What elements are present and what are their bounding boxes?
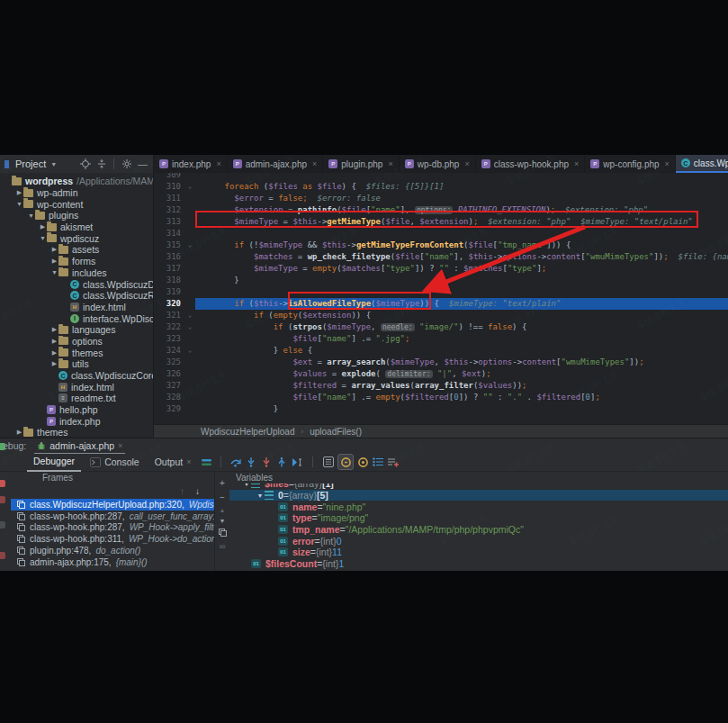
project-tree-item[interactable]: ≡readme.txt <box>0 393 153 404</box>
move-down-icon[interactable]: ▼ <box>220 518 226 524</box>
project-tree-item[interactable]: ▶utils <box>0 358 153 370</box>
project-tree-item[interactable]: ▶themes <box>0 347 153 358</box>
tab-output[interactable]: Output× <box>148 453 198 471</box>
variable-row[interactable]: 01tmp_name = "/Applications/MAMP/tmp/php… <box>229 524 728 536</box>
add-watch-plus-icon[interactable]: + <box>220 478 225 488</box>
project-tree-item[interactable]: ▼wp-content <box>0 198 153 210</box>
tab-console[interactable]: Console <box>84 453 146 471</box>
project-tree-item[interactable]: ▶options <box>0 336 153 348</box>
variable-row[interactable]: ▼$files = {array} [1] <box>229 484 728 490</box>
editor-tab[interactable]: Pwp-config.php× <box>585 155 676 173</box>
project-tree-item[interactable]: Cclass.WpdiscuzCore.php <box>0 370 153 382</box>
variable-row[interactable]: 01$filesCount = {int} 1 <box>229 558 728 570</box>
settings-cut-icon[interactable] <box>0 521 5 529</box>
editor-tab[interactable]: Padmin-ajax.php× <box>228 155 324 173</box>
code-line-317[interactable]: 317 $mimeType = empty($matches["type"]) … <box>154 263 728 275</box>
run-to-cursor-icon[interactable] <box>291 456 303 468</box>
gear-icon[interactable] <box>121 158 132 170</box>
code-editor[interactable]: 309310⌄ foreach ($files as $file) { $fil… <box>154 173 728 424</box>
threads-icon[interactable] <box>372 456 384 468</box>
mute-breakpoints-icon[interactable] <box>356 456 369 468</box>
variable-row[interactable]: 01name = "nine.php" <box>229 501 728 512</box>
copy-frames-icon[interactable] <box>219 529 227 537</box>
code-line-328[interactable]: 328 $file["name"] .= empty($filtered[0])… <box>154 392 728 403</box>
rerun-icon[interactable] <box>0 443 5 450</box>
variable-row[interactable]: ▼0 = {array} [5] <box>229 490 728 502</box>
project-tree-item[interactable]: ▼includes <box>0 267 153 279</box>
code-line-315[interactable]: 315⌄ if (!$mimeType && $this->getMimeTyp… <box>154 239 728 251</box>
editor-tab[interactable]: Pindex.php× <box>154 155 228 173</box>
project-tree-item[interactable]: Phello.php <box>0 404 153 416</box>
variable-row[interactable]: 01size = {int} 11 <box>229 547 728 558</box>
step-out-icon[interactable] <box>275 456 288 468</box>
code-line-323[interactable]: 323 $file["name"] .= ".jpg"; <box>154 333 728 345</box>
project-tree-item[interactable]: ▶assets <box>0 244 153 256</box>
code-line-314[interactable]: 314 <box>154 228 728 239</box>
breadcrumb-method[interactable]: uploadFiles() <box>310 427 362 437</box>
breakpoint2-icon[interactable] <box>0 552 5 559</box>
editor-tab[interactable]: Pclass-wp-hook.php× <box>476 155 586 173</box>
breadcrumb-class[interactable]: WpdiscuzHelperUpload <box>201 427 295 437</box>
frame-row[interactable]: class-wp-hook.php:287, call_user_func_ar… <box>11 511 214 522</box>
layout-settings-icon[interactable] <box>200 456 212 468</box>
move-up-icon[interactable]: ▲ <box>220 507 226 513</box>
frame-down-icon[interactable]: ↓ <box>195 486 200 496</box>
evaluate-expression-icon[interactable] <box>322 456 335 468</box>
frame-row[interactable]: class.WpdiscuzHelperUpload.php:320, Wpdi… <box>11 499 214 511</box>
variable-row[interactable]: 01type = "image/png" <box>229 512 728 524</box>
editor-tab[interactable]: Pplugin.php× <box>323 155 399 173</box>
stop-icon[interactable] <box>0 480 5 487</box>
project-tree-item[interactable]: Hindex.html <box>0 381 153 393</box>
code-line-322[interactable]: 322⌄ if (strpos($mimeType, needle: "imag… <box>154 321 728 333</box>
code-line-329[interactable]: 329 } <box>154 403 728 415</box>
debug-session-tab[interactable]: admin-ajax.php × <box>34 438 125 454</box>
editor-tab[interactable]: Cclass.WpdiscuzHelperUpload.php× <box>676 155 728 173</box>
view-breakpoints-icon[interactable] <box>337 454 354 470</box>
project-tree-item[interactable]: ▶akismet <box>0 221 153 233</box>
editor-tab[interactable]: Pwp-db.php× <box>400 155 476 173</box>
project-tree-item[interactable]: ▶languages <box>0 324 153 336</box>
hide-panel-icon[interactable]: — <box>137 158 148 170</box>
code-line-327[interactable]: 327 $filtered = array_values(array_filte… <box>154 380 728 392</box>
code-line-310[interactable]: 310⌄ foreach ($files as $file) { $files:… <box>154 181 728 193</box>
project-tree-item[interactable]: wordpress/Applications/MAMP/htdocs <box>0 176 153 187</box>
code-line-316[interactable]: 316 $matches = wp_check_filetype($file["… <box>154 251 728 263</box>
frame-up-icon[interactable]: ↑ <box>180 486 184 496</box>
close-session-icon[interactable]: × <box>118 441 122 450</box>
project-tree-item[interactable]: ▶forms <box>0 256 153 267</box>
frame-row[interactable]: class-wp-hook.php:311, WP_Hook->do_actio… <box>11 533 214 545</box>
code-line-326[interactable]: 326 $values = explode( delimiter: "|", $… <box>154 368 728 380</box>
frame-row[interactable]: class-wp-hook.php:287, WP_Hook->apply_fi… <box>11 522 214 534</box>
project-tree-item[interactable]: Pindex.php <box>0 415 153 427</box>
infinity-icon[interactable]: ∞ <box>219 541 225 551</box>
code-line-325[interactable]: 325 $ext = array_search($mimeType, $this… <box>154 357 728 368</box>
code-line-312[interactable]: 312 $extension = pathinfo($file["name"],… <box>154 204 728 216</box>
collapse-all-icon[interactable] <box>95 158 107 170</box>
project-tree-item[interactable]: Iinterface.WpDiscuzConst <box>0 312 153 324</box>
project-tree-item[interactable]: Hindex.html <box>0 302 153 313</box>
frame-row[interactable]: admin-ajax.php:175, {main}() <box>11 556 214 568</box>
frame-row[interactable]: plugin.php:478, do_action() <box>11 545 214 556</box>
step-into-icon[interactable] <box>245 456 257 468</box>
step-over-icon[interactable] <box>229 456 242 468</box>
variable-row[interactable]: 01error = {int} 0 <box>229 535 728 547</box>
locate-icon[interactable] <box>79 158 91 170</box>
add-watch-icon[interactable] <box>387 456 400 468</box>
remove-watch-minus-icon[interactable]: − <box>220 493 225 502</box>
code-line-320[interactable]: 320 if ($this->isAllowedFileType($mimeTy… <box>154 298 728 310</box>
code-line-324[interactable]: 324⌄ } else { <box>154 345 728 357</box>
code-line-311[interactable]: 311 $error = false; $error: false <box>154 193 728 204</box>
code-line-309[interactable]: 309 <box>154 173 728 181</box>
code-line-318[interactable]: 318 } <box>154 275 728 286</box>
project-tree-item[interactable]: ▼plugins <box>0 210 153 221</box>
breakpoint-icon[interactable] <box>0 496 5 503</box>
project-tree-item[interactable]: ▶themes <box>0 427 153 438</box>
project-tree-item[interactable]: ▼wpdiscuz <box>0 232 153 244</box>
project-tree-item[interactable]: ▶wp-admin <box>0 187 153 199</box>
code-line-321[interactable]: 321⌄ if (empty($extension)) { <box>154 310 728 321</box>
tab-debugger[interactable]: Debugger <box>27 452 81 472</box>
project-tree-item[interactable]: Cclass.WpdiscuzRest.php <box>0 290 153 302</box>
force-step-into-icon[interactable] <box>260 456 273 468</box>
code-line-313[interactable]: 313 $mimeType = $this->getMimeType($file… <box>154 216 728 228</box>
project-tree-item[interactable]: Cclass.WpdiscuzDBManag <box>0 278 153 290</box>
